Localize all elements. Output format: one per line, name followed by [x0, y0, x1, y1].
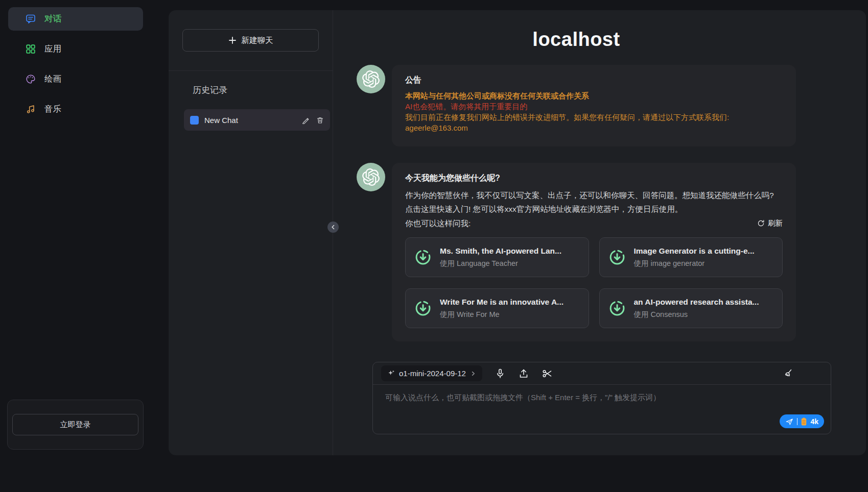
suggestion-title: Ms. Smith, the AI-powered Lan...	[440, 247, 561, 256]
upload-button[interactable]	[518, 368, 529, 379]
chevron-right-icon	[470, 371, 476, 377]
plus-icon	[228, 36, 237, 44]
microphone-button[interactable]	[495, 368, 506, 379]
new-chat-label: 新建聊天	[242, 35, 273, 46]
chat-item-actions	[302, 116, 324, 124]
circle-download-icon	[608, 299, 626, 317]
announcement-bubble: 公告 本网站与任何其他公司或商标没有任何关联或合作关系 AI也会犯错。请勿将其用…	[392, 65, 796, 146]
main-content: localhost 公告 本网站与任何其他公司或商标没有任何关联或合作关系 AI…	[333, 10, 866, 455]
chat-item-title: New Chat	[204, 116, 296, 125]
grid-icon	[25, 43, 36, 55]
sidebar-item-label: 音乐	[44, 104, 61, 115]
ask-hint: 你也可以这样问我:	[405, 216, 471, 230]
suggestion-subtitle: 使用 image generator	[634, 259, 755, 268]
login-panel: 立即登录	[7, 400, 144, 450]
chat-bubble-icon	[25, 13, 36, 24]
composer: o1-mini-2024-09-12	[372, 362, 831, 434]
openai-avatar	[357, 65, 385, 93]
welcome-heading: 今天我能为您做些什么呢?	[405, 173, 783, 184]
announcement-heading: 公告	[405, 75, 783, 86]
scissors-button[interactable]	[542, 368, 553, 379]
message-announcement: 公告 本网站与任何其他公司或商标没有任何关联或合作关系 AI也会犯错。请勿将其用…	[357, 65, 796, 146]
sidebar-item-label: 应用	[44, 43, 61, 55]
hint-row: 你也可以这样问我: 刷新	[405, 216, 783, 230]
history-title: 历史记录	[193, 84, 319, 96]
suggestion-grid: Ms. Smith, the AI-powered Lan... 使用 Lang…	[405, 237, 783, 328]
announcement-line: AI也会犯错。请勿将其用于重要目的	[405, 101, 783, 112]
sidebar-item-drawing[interactable]: 绘画	[8, 67, 143, 91]
chat-item-icon	[190, 116, 199, 125]
suggestion-subtitle: 使用 Language Teacher	[440, 259, 561, 268]
suggestion-title: Image Generator is a cutting-e...	[634, 247, 755, 256]
palette-icon	[25, 73, 36, 85]
suggestion-text: Ms. Smith, the AI-powered Lan... 使用 Lang…	[440, 247, 561, 268]
welcome-body: 作为你的智慧伙伴，我不仅可以写文案、出点子，还可以和你聊天、回答问题。想知道我还…	[405, 188, 783, 216]
message-input[interactable]	[373, 385, 831, 416]
login-button[interactable]: 立即登录	[12, 414, 138, 435]
clear-broom-button[interactable]	[783, 368, 794, 379]
chevron-left-icon	[330, 224, 337, 231]
battery-icon	[801, 417, 807, 426]
welcome-bubble: 今天我能为您做些什么呢? 作为你的智慧伙伴，我不仅可以写文案、出点子，还可以和你…	[392, 163, 796, 341]
page-title: localhost	[357, 29, 796, 51]
suggestion-card[interactable]: Ms. Smith, the AI-powered Lan... 使用 Lang…	[405, 237, 589, 277]
openai-avatar	[357, 163, 385, 191]
send-divider	[797, 418, 798, 425]
divider	[169, 70, 333, 71]
sidebar-item-music[interactable]: 音乐	[8, 97, 143, 121]
token-badge: 4k	[810, 417, 818, 426]
circle-download-icon	[608, 248, 626, 266]
model-label: o1-mini-2024-09-12	[399, 369, 466, 378]
suggestion-text: an AI-powered research assista... 使用 Con…	[634, 298, 759, 319]
refresh-label: 刷新	[768, 218, 783, 228]
composer-input-zone: 4k	[373, 385, 831, 434]
suggestion-subtitle: 使用 Write For Me	[440, 310, 564, 319]
suggestion-card[interactable]: an AI-powered research assista... 使用 Con…	[599, 288, 783, 328]
suggestion-card[interactable]: Write For Me is an innovative A... 使用 Wr…	[405, 288, 589, 328]
new-chat-button[interactable]: 新建聊天	[182, 29, 319, 52]
suggestion-title: Write For Me is an innovative A...	[440, 298, 564, 307]
chat-list-item[interactable]: New Chat	[184, 109, 330, 131]
refresh-suggestions-button[interactable]: 刷新	[757, 218, 783, 228]
suggestion-text: Image Generator is a cutting-e... 使用 ima…	[634, 247, 755, 268]
announcement-line: 我们目前正在修复我们网站上的错误并改进细节。如果您有任何疑问，请通过以下方式联系…	[405, 112, 783, 122]
edit-icon[interactable]	[302, 116, 310, 124]
suggestion-subtitle: 使用 Consensus	[634, 310, 759, 319]
composer-toolbar: o1-mini-2024-09-12	[373, 362, 831, 385]
music-note-icon	[25, 104, 36, 115]
model-selector[interactable]: o1-mini-2024-09-12	[381, 365, 482, 381]
circle-download-icon	[414, 299, 432, 317]
announcement-email: ageerle@163.com	[405, 122, 783, 133]
sidebar-item-label: 绘画	[44, 73, 61, 85]
send-button[interactable]: 4k	[780, 414, 824, 428]
collapse-panel-button[interactable]	[327, 222, 339, 233]
paper-plane-icon	[785, 417, 793, 426]
message-welcome: 今天我能为您做些什么呢? 作为你的智慧伙伴，我不仅可以写文案、出点子，还可以和你…	[357, 163, 796, 341]
suggestion-card[interactable]: Image Generator is a cutting-e... 使用 ima…	[599, 237, 783, 277]
delete-icon[interactable]	[316, 116, 324, 124]
workspace-card: 新建聊天 历史记录 New Chat	[169, 10, 866, 455]
sparkle-icon	[387, 370, 395, 377]
sidebar-item-label: 对话	[44, 13, 61, 24]
suggestion-title: an AI-powered research assista...	[634, 298, 759, 307]
announcement-line: 本网站与任何其他公司或商标没有任何关联或合作关系	[405, 90, 783, 101]
refresh-icon	[757, 219, 765, 227]
sidebar-item-chat[interactable]: 对话	[8, 7, 143, 31]
circle-download-icon	[414, 248, 432, 266]
suggestion-text: Write For Me is an innovative A... 使用 Wr…	[440, 298, 564, 319]
sidebar: 对话 应用 绘画	[0, 0, 151, 492]
chat-list-panel: 新建聊天 历史记录 New Chat	[169, 10, 333, 455]
sidebar-item-apps[interactable]: 应用	[8, 37, 143, 61]
